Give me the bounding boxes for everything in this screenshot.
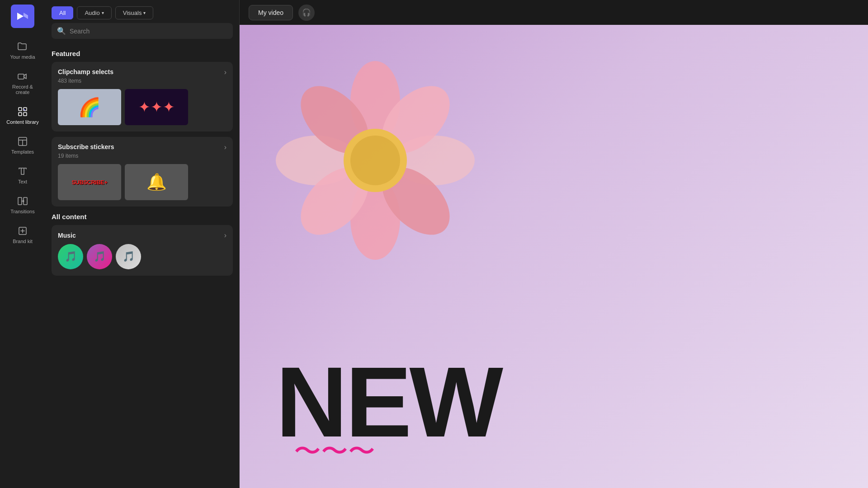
chevron-right-icon: › xyxy=(224,143,226,151)
preview-squiggle: 〜〜〜 xyxy=(294,433,375,470)
collection-name: Subscribe stickers xyxy=(58,143,114,150)
sidebar-item-label: Templates xyxy=(11,149,34,155)
scroll-area[interactable]: Featured Clipchamp selects 483 items › 🌈… xyxy=(45,43,239,488)
search-icon: 🔍 xyxy=(57,27,66,35)
sidebar-item-label: Text xyxy=(18,179,27,184)
collapse-panel-button[interactable]: ‹ xyxy=(239,235,240,253)
featured-section-title: Featured xyxy=(52,50,233,57)
thumbnail-rainbow: 🌈 xyxy=(58,89,121,125)
search-input[interactable] xyxy=(70,28,227,35)
sidebar-item-brand-kit[interactable]: Brand kit xyxy=(3,221,42,249)
sidebar-item-label: Record & create xyxy=(6,84,39,95)
sidebar-item-templates[interactable]: Templates xyxy=(3,131,42,159)
svg-rect-1 xyxy=(18,74,24,79)
sidebar-item-transitions[interactable]: Transitions xyxy=(3,191,42,219)
chevron-down-icon: ▾ xyxy=(102,10,104,15)
preview-background: NEW 〜〜〜 xyxy=(240,25,868,488)
sidebar-item-your-media[interactable]: Your media xyxy=(3,36,42,64)
sidebar-item-record-create[interactable]: Record & create xyxy=(3,66,42,99)
collection-subscribe-stickers[interactable]: Subscribe stickers 19 items › SUBSCRIBE+… xyxy=(52,137,233,206)
filter-visuals-button[interactable]: Visuals ▾ xyxy=(115,6,154,19)
content-panel: All Audio ▾ Visuals ▾ 🔍 Featured C xyxy=(45,0,240,488)
folder-icon xyxy=(17,41,28,52)
thumbnail-sparkle: ✦✦✦ xyxy=(125,89,188,125)
headphone-icon-button[interactable]: 🎧 xyxy=(298,5,315,21)
music-icon-green: 🎵 xyxy=(58,244,83,269)
sidebar-item-label: Transitions xyxy=(10,209,34,214)
preview-area: My video 🎧 xyxy=(240,0,868,488)
my-video-button[interactable]: My video xyxy=(249,5,293,20)
sidebar: Your media Record & create Content libra… xyxy=(0,0,45,488)
sidebar-item-label: Brand kit xyxy=(13,239,32,244)
chevron-down-icon: ▾ xyxy=(143,10,146,15)
chevron-right-icon: › xyxy=(224,231,226,239)
svg-rect-4 xyxy=(19,113,22,116)
transitions-icon xyxy=(17,195,28,207)
svg-rect-5 xyxy=(24,113,27,116)
thumbnail-row: 🌈 ✦✦✦ xyxy=(58,89,226,125)
collection-item-count: 483 items xyxy=(58,78,81,84)
collection-item-count: 19 items xyxy=(58,153,78,159)
app-container: Your media Record & create Content libra… xyxy=(0,0,868,488)
collection-clipchamp-selects[interactable]: Clipchamp selects 483 items › 🌈 ✦✦✦ xyxy=(52,62,233,131)
grid-sparkle-icon xyxy=(17,106,28,117)
filter-all-button[interactable]: All xyxy=(52,6,73,19)
chevron-right-icon: › xyxy=(224,68,226,76)
all-content-section-title: All content xyxy=(52,213,233,221)
music-icons-row: 🎵 🎵 🎵 xyxy=(58,244,226,269)
app-logo xyxy=(11,5,34,30)
brand-kit-icon xyxy=(17,225,28,237)
music-icon-gray: 🎵 xyxy=(116,244,141,269)
text-icon xyxy=(17,165,28,177)
thumbnail-bells: 🔔 xyxy=(125,164,188,200)
svg-point-6 xyxy=(24,109,25,111)
sidebar-item-label: Content library xyxy=(6,119,39,125)
flower-decoration xyxy=(262,47,488,294)
header-bar: My video 🎧 xyxy=(240,0,868,25)
music-collection-card[interactable]: Music › 🎵 🎵 🎵 xyxy=(52,225,233,276)
music-icon-purple: 🎵 xyxy=(87,244,112,269)
filter-bar: All Audio ▾ Visuals ▾ xyxy=(45,0,239,23)
sidebar-item-text[interactable]: Text xyxy=(3,161,42,189)
collection-name: Clipchamp selects xyxy=(58,68,113,75)
svg-rect-10 xyxy=(18,197,22,205)
music-section-name: Music xyxy=(58,232,76,239)
svg-rect-2 xyxy=(19,108,22,111)
search-bar: 🔍 xyxy=(52,23,233,39)
layout-icon xyxy=(17,136,28,147)
thumbnail-row: SUBSCRIBE+ 🔔 xyxy=(58,164,226,200)
filter-audio-button[interactable]: Audio ▾ xyxy=(77,6,111,19)
thumbnail-subscribe-sticker: SUBSCRIBE+ xyxy=(58,164,121,200)
headphone-icon: 🎧 xyxy=(302,8,311,17)
video-camera-icon xyxy=(17,70,28,82)
sidebar-item-label: Your media xyxy=(10,54,35,60)
sidebar-item-content-library[interactable]: Content library xyxy=(3,101,42,129)
svg-point-22 xyxy=(350,136,400,185)
preview-canvas: NEW 〜〜〜 xyxy=(240,25,868,488)
